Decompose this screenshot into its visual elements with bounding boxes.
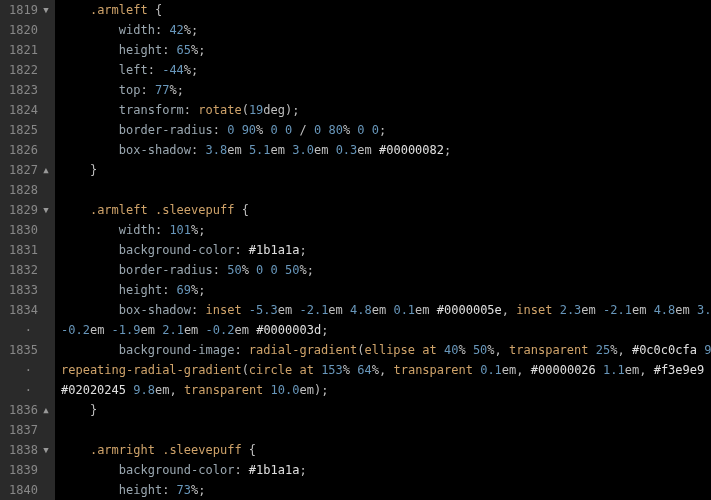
- code-editor[interactable]: .armleft { width: 42%; height: 65%; left…: [55, 0, 711, 500]
- code-line[interactable]: background-image: radial-gradient(ellips…: [61, 340, 711, 360]
- code-line[interactable]: top: 77%;: [61, 80, 711, 100]
- line-number: 1840: [6, 480, 38, 500]
- line-number: 1835: [6, 340, 38, 360]
- line-number: 1833: [6, 280, 38, 300]
- code-line[interactable]: [61, 420, 711, 440]
- gutter-row: 1826: [6, 140, 52, 160]
- gutter-row: 1828: [6, 180, 52, 200]
- line-number: 1839: [6, 460, 38, 480]
- line-number: 1823: [6, 80, 38, 100]
- code-line[interactable]: left: -44%;: [61, 60, 711, 80]
- code-line[interactable]: [61, 180, 711, 200]
- line-number: 1827: [6, 160, 38, 180]
- wrap-indicator-icon: ·: [6, 320, 38, 340]
- gutter-row: 1839: [6, 460, 52, 480]
- code-line[interactable]: repeating-radial-gradient(circle at 153%…: [61, 360, 711, 380]
- gutter-row: 1821: [6, 40, 52, 60]
- code-line[interactable]: border-radius: 0 90% 0 0 / 0 80% 0 0;: [61, 120, 711, 140]
- gutter-row: ·: [6, 360, 52, 380]
- code-line[interactable]: height: 73%;: [61, 480, 711, 500]
- gutter-row: 1827▲: [6, 160, 52, 180]
- fold-icon[interactable]: ▼: [40, 0, 52, 20]
- line-number: 1824: [6, 100, 38, 120]
- gutter-row: 1831: [6, 240, 52, 260]
- gutter-row: ·: [6, 380, 52, 400]
- line-number: 1834: [6, 300, 38, 320]
- fold-icon[interactable]: ▼: [40, 440, 52, 460]
- fold-icon[interactable]: ▲: [40, 160, 52, 180]
- wrap-indicator-icon: ·: [6, 360, 38, 380]
- code-line[interactable]: .armleft {: [61, 0, 711, 20]
- code-line[interactable]: box-shadow: 3.8em 5.1em 3.0em 0.3em #000…: [61, 140, 711, 160]
- gutter-row: 1834: [6, 300, 52, 320]
- gutter-row: 1822: [6, 60, 52, 80]
- line-number: 1832: [6, 260, 38, 280]
- code-line[interactable]: box-shadow: inset -5.3em -2.1em 4.8em 0.…: [61, 300, 711, 320]
- fold-icon[interactable]: ▼: [40, 200, 52, 220]
- gutter-row: 1833: [6, 280, 52, 300]
- gutter-row: 1829▼: [6, 200, 52, 220]
- line-number: 1821: [6, 40, 38, 60]
- code-line[interactable]: #02020245 9.8em, transparent 10.0em);: [61, 380, 711, 400]
- fold-icon[interactable]: ▲: [40, 400, 52, 420]
- line-number: 1826: [6, 140, 38, 160]
- line-number: 1828: [6, 180, 38, 200]
- code-line[interactable]: -0.2em -1.9em 2.1em -0.2em #0000003d;: [61, 320, 711, 340]
- wrap-indicator-icon: ·: [6, 380, 38, 400]
- gutter-row: 1830: [6, 220, 52, 240]
- gutter-row: 1823: [6, 80, 52, 100]
- line-number: 1837: [6, 420, 38, 440]
- gutter-row: 1825: [6, 120, 52, 140]
- gutter-row: ·: [6, 320, 52, 340]
- line-number: 1830: [6, 220, 38, 240]
- code-line[interactable]: height: 65%;: [61, 40, 711, 60]
- line-number: 1829: [6, 200, 38, 220]
- code-line[interactable]: border-radius: 50% 0 0 50%;: [61, 260, 711, 280]
- gutter-row: 1820: [6, 20, 52, 40]
- gutter-row: 1838▼: [6, 440, 52, 460]
- gutter: 1819▼18201821182218231824182518261827▲18…: [0, 0, 55, 500]
- gutter-row: 1824: [6, 100, 52, 120]
- gutter-row: 1840: [6, 480, 52, 500]
- code-line[interactable]: }: [61, 400, 711, 420]
- gutter-row: 1832: [6, 260, 52, 280]
- code-line[interactable]: background-color: #1b1a1a;: [61, 240, 711, 260]
- code-line[interactable]: transform: rotate(19deg);: [61, 100, 711, 120]
- line-number: 1822: [6, 60, 38, 80]
- line-number: 1836: [6, 400, 38, 420]
- code-line[interactable]: width: 101%;: [61, 220, 711, 240]
- code-line[interactable]: width: 42%;: [61, 20, 711, 40]
- code-line[interactable]: .armright .sleevepuff {: [61, 440, 711, 460]
- gutter-row: 1836▲: [6, 400, 52, 420]
- line-number: 1838: [6, 440, 38, 460]
- line-number: 1819: [6, 0, 38, 20]
- gutter-row: 1835: [6, 340, 52, 360]
- gutter-row: 1819▼: [6, 0, 52, 20]
- code-line[interactable]: background-color: #1b1a1a;: [61, 460, 711, 480]
- code-line[interactable]: .armleft .sleevepuff {: [61, 200, 711, 220]
- line-number: 1820: [6, 20, 38, 40]
- code-line[interactable]: height: 69%;: [61, 280, 711, 300]
- code-line[interactable]: }: [61, 160, 711, 180]
- gutter-row: 1837: [6, 420, 52, 440]
- line-number: 1825: [6, 120, 38, 140]
- line-number: 1831: [6, 240, 38, 260]
